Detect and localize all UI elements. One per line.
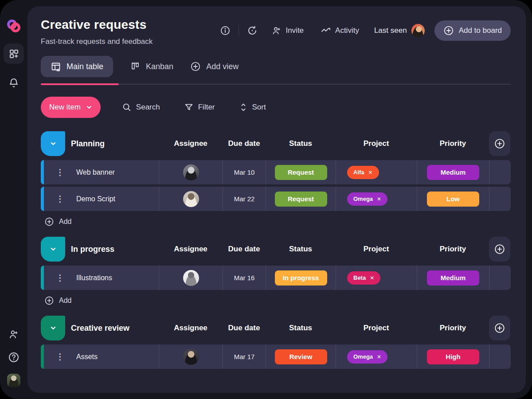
row-menu-icon[interactable]: ⋮ [56,168,64,176]
column-header-priority[interactable]: Priority [417,237,489,262]
column-header-due-date[interactable]: Due date [223,237,266,262]
active-tab-indicator [41,83,119,85]
project-tag[interactable]: Alfa ✕ [347,166,379,179]
column-header-priority[interactable]: Priority [417,316,489,340]
row-accent [41,187,44,211]
chevron-down-icon [50,246,57,253]
table-row[interactable]: ⋮ Web banner Mar 10 Request Alfa ✕ Mediu… [41,160,511,184]
item-name[interactable]: Web banner [76,168,115,176]
remove-tag-icon[interactable]: ✕ [377,196,381,202]
extra-cell [489,266,510,290]
search-icon [122,102,132,112]
column-header-project[interactable]: Project [336,316,417,340]
column-header-assignee[interactable]: Assignee [159,316,223,340]
activity-button[interactable]: Activity [318,25,362,36]
tab-add-view-label: Add view [206,62,239,71]
item-name[interactable]: Illustrations [76,274,112,282]
assignee-cell[interactable] [159,266,223,290]
column-header-due-date[interactable]: Due date [223,131,266,156]
invite-members-button[interactable] [8,323,19,346]
due-date-cell[interactable]: Mar 16 [223,266,266,290]
status-badge[interactable]: In progress [275,270,327,286]
project-cell: Alfa ✕ [336,160,417,184]
table-row[interactable]: ⋮ Assets Mar 17 Review Omega ✕ High [41,344,511,369]
profile-avatar[interactable] [7,369,20,392]
notifications-button[interactable] [4,75,24,90]
priority-cell: Medium [417,266,489,290]
row-accent [41,266,44,290]
column-header-priority[interactable]: Priority [417,131,489,156]
project-tag[interactable]: Omega ✕ [347,350,387,364]
item-name[interactable]: Demo Script [76,195,115,203]
priority-badge[interactable]: Medium [427,165,479,180]
project-tag[interactable]: Omega ✕ [347,192,387,206]
priority-badge[interactable]: High [427,349,479,364]
assignee-cell[interactable] [159,160,223,184]
add-column-button[interactable] [489,131,510,156]
item-name[interactable]: Assets [76,353,98,361]
invite-button[interactable]: Invite [269,25,306,36]
search-button[interactable]: Search [119,102,163,113]
board-group-in-progress: In progress Assignee Due date Status Pro… [41,237,511,306]
remove-tag-icon[interactable]: ✕ [368,169,373,176]
collapse-group-button[interactable] [41,131,65,156]
add-item-label: Add [59,218,71,226]
group-title: In progress [71,245,114,254]
board-info-button[interactable] [220,25,231,36]
status-cell: Request [266,187,336,211]
due-date-cell[interactable]: Mar 10 [223,160,266,184]
table-row[interactable]: ⋮ Illustrations Mar 16 In progress Beta … [41,266,511,290]
priority-badge[interactable]: Low [427,192,479,207]
invite-label: Invite [286,26,304,35]
tabs-divider [41,83,511,85]
boards-nav-button[interactable] [4,43,24,64]
column-header-project[interactable]: Project [336,237,417,262]
tab-kanban[interactable]: Kanban [130,61,173,72]
column-header-status[interactable]: Status [266,316,336,340]
remove-tag-icon[interactable]: ✕ [377,354,381,360]
priority-badge[interactable]: Medium [427,270,479,286]
column-header-assignee[interactable]: Assignee [159,131,223,156]
project-tag[interactable]: Beta ✕ [347,271,380,285]
project-tag-label: Beta [353,274,366,281]
status-badge[interactable]: Request [275,192,327,207]
last-seen-avatar[interactable] [411,24,425,37]
due-date-cell[interactable]: Mar 22 [223,187,266,211]
column-header-project[interactable]: Project [336,131,417,156]
board-group-planning: Planning Assignee Due date Status Projec… [41,131,511,227]
collapse-group-button[interactable] [41,237,65,262]
remove-tag-icon[interactable]: ✕ [370,275,374,281]
tab-add-view[interactable]: Add view [190,61,239,72]
row-menu-icon[interactable]: ⋮ [56,195,64,203]
add-item-button[interactable]: Add [42,216,74,227]
row-menu-icon[interactable]: ⋮ [56,274,64,282]
group-title: Creative review [71,324,129,333]
add-to-board-button[interactable]: Add to board [434,20,511,41]
column-header-due-date[interactable]: Due date [223,316,266,340]
help-button[interactable] [8,346,20,369]
project-tag-label: Omega [353,353,373,360]
sort-button[interactable]: Sort [236,102,269,113]
column-header-status[interactable]: Status [266,131,336,156]
status-badge[interactable]: Review [275,349,327,364]
status-badge[interactable]: Request [275,165,327,180]
due-date-cell[interactable]: Mar 17 [223,344,266,369]
person-plus-icon [8,329,19,340]
table-row[interactable]: ⋮ Demo Script Mar 22 Request Omega ✕ Low [41,187,511,211]
assignee-cell[interactable] [159,187,223,211]
tab-main-table[interactable]: Main table [41,56,113,77]
automations-button[interactable] [247,25,258,36]
column-header-assignee[interactable]: Assignee [159,237,223,262]
row-menu-icon[interactable]: ⋮ [56,352,64,361]
filter-button[interactable]: Filter [181,102,218,113]
project-cell: Omega ✕ [336,187,417,211]
add-item-button[interactable]: Add [42,295,74,306]
last-seen-label: Last seen [374,26,407,35]
add-column-button[interactable] [489,237,510,262]
add-column-button[interactable] [489,316,510,340]
collapse-group-button[interactable] [41,316,65,340]
column-header-status[interactable]: Status [266,237,336,262]
assignee-cell[interactable] [159,344,223,369]
table-view-icon [51,61,61,72]
new-item-button[interactable]: New item [41,97,101,118]
